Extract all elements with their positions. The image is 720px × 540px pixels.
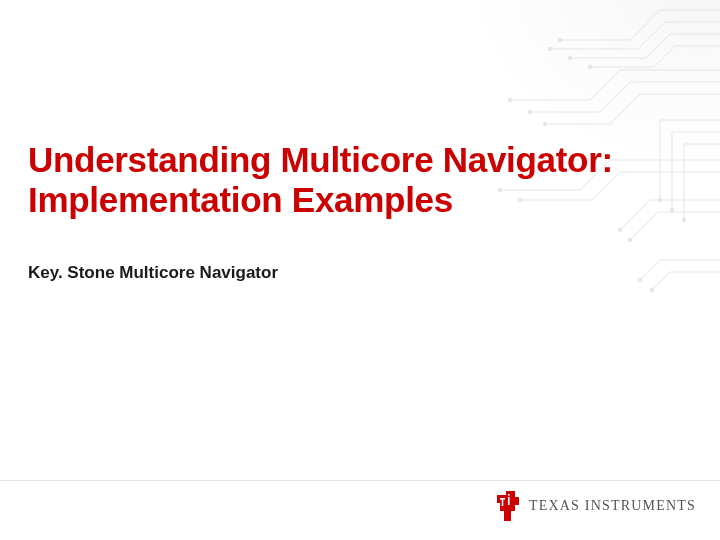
svg-rect-18	[508, 494, 510, 496]
company-name: TEXAS INSTRUMENTS	[529, 498, 696, 514]
ti-chip-icon	[495, 491, 519, 521]
svg-rect-19	[508, 497, 510, 505]
slide-title: Understanding Multicore Navigator: Imple…	[28, 140, 680, 221]
svg-point-4	[508, 98, 512, 102]
svg-rect-17	[502, 498, 504, 506]
slide-subtitle: Key. Stone Multicore Navigator	[28, 263, 680, 283]
svg-point-0	[558, 38, 562, 42]
svg-point-2	[568, 56, 572, 60]
ti-logo: TEXAS INSTRUMENTS	[495, 491, 696, 521]
svg-point-15	[650, 288, 654, 292]
svg-point-6	[543, 122, 547, 126]
svg-point-3	[588, 65, 592, 69]
slide-content: Understanding Multicore Navigator: Imple…	[28, 140, 680, 283]
svg-point-9	[682, 218, 686, 222]
slide-footer: TEXAS INSTRUMENTS	[0, 480, 720, 530]
svg-point-5	[528, 110, 532, 114]
svg-point-1	[548, 47, 552, 51]
